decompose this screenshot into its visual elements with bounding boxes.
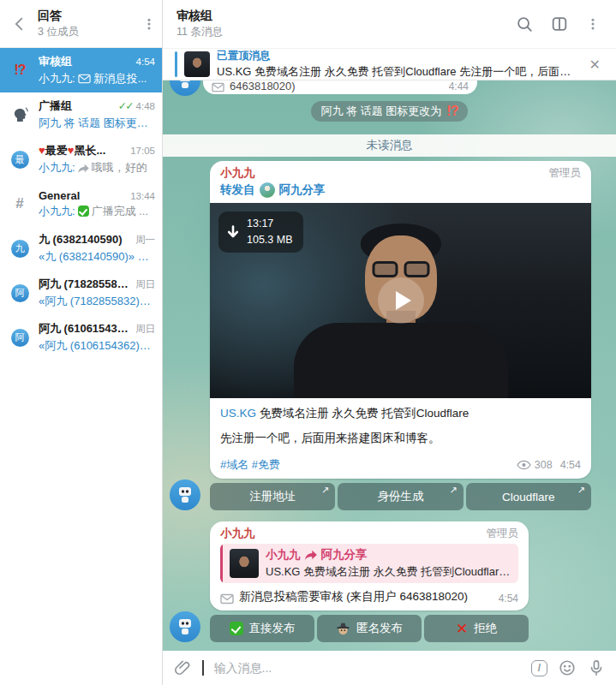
- envelope-icon: [78, 74, 91, 84]
- reply-forward-target: 阿九分享: [321, 547, 368, 563]
- pinned-message-bar[interactable]: 已置顶消息 US.KG 免费域名注册 永久免费 托管到Cloudflare 先注…: [163, 48, 616, 80]
- reply-sender: 小九九: [266, 547, 301, 563]
- inline-keyboard: 注册地址↗ 身份生成↗ Cloudflare↗: [210, 483, 591, 510]
- bot-avatar[interactable]: [170, 80, 200, 96]
- chat-time: 周一: [135, 234, 155, 247]
- forward-channel-avatar: [260, 182, 275, 198]
- reply-snippet: US.KG 免费域名注册 永久免费 托管到Cloudflare 先...: [266, 564, 511, 580]
- forward-label: 转发自: [220, 182, 255, 198]
- sidebar-item-ajiu-2[interactable]: 阿 阿九 (6106154362) 周日 «阿九 (6106154362)» 已…: [0, 315, 162, 360]
- message-bubble[interactable]: 小九九 管理员 小九九 阿九分享 US.KG 免费: [210, 521, 529, 611]
- group-info[interactable]: 回答 3 位成员: [38, 9, 133, 39]
- unread-messages-divider: 未读消息: [163, 134, 616, 157]
- check-mark-icon: [78, 206, 89, 217]
- publish-anonymously-button[interactable]: 匿名发布: [317, 615, 422, 642]
- topic-time: 4:54: [136, 57, 155, 67]
- preview-text: «阿九 (6106154362)» 已...: [39, 338, 155, 354]
- message-area: 新消息投稿需要审核 (来自用户 6463818020) 4:44 阿九 将 话题…: [163, 80, 616, 651]
- preview-text: 阿九 将 话题 图标更改...: [39, 116, 155, 131]
- message-group-review: 小九九 管理员 小九九 阿九分享 US.KG 免费: [170, 521, 616, 642]
- message-input[interactable]: [214, 661, 522, 675]
- identity-generate-url-button[interactable]: 身份生成↗: [338, 483, 463, 510]
- external-link-icon: ↗: [449, 485, 457, 496]
- caption-link[interactable]: US.KG: [220, 407, 256, 420]
- preview-text: 广播完成 ...: [92, 204, 148, 219]
- register-url-button[interactable]: 注册地址↗: [210, 483, 335, 510]
- chat-menu-button[interactable]: [585, 16, 601, 32]
- external-link-icon: ↗: [321, 485, 329, 496]
- reply-quote[interactable]: 小九九 阿九分享 US.KG 免费域名注册 永久免费 托管到Cloudflare…: [220, 544, 518, 583]
- telegram-window: 回答 3 位成员 !? 审核组 4:54 小九九: 新消息投...: [0, 0, 616, 685]
- message-bubble[interactable]: 小九九 管理员 转发自 阿九分享: [210, 161, 591, 479]
- topics-sidebar: 回答 3 位成员 !? 审核组 4:54 小九九: 新消息投...: [0, 0, 163, 685]
- publish-directly-button[interactable]: 直接发布: [210, 615, 314, 642]
- attach-icon[interactable]: [173, 658, 192, 677]
- message-time: 4:54: [499, 593, 518, 605]
- search-icon[interactable]: [515, 15, 534, 33]
- speaking-head-topic-icon: [7, 106, 33, 123]
- close-pinned-icon[interactable]: ✕: [586, 55, 604, 74]
- bot-avatar[interactable]: [170, 480, 200, 510]
- split-view-icon[interactable]: [550, 15, 569, 33]
- sender-name[interactable]: 小九九: [220, 165, 549, 181]
- sidebar-item-review-group[interactable]: !? 审核组 4:54 小九九: 新消息投...: [0, 48, 162, 92]
- forwarded-from[interactable]: 转发自 阿九分享: [220, 182, 581, 198]
- inline-keyboard: 直接发布 匿名发布 ✕拒绝: [210, 615, 529, 642]
- sender-name[interactable]: 小九九: [220, 526, 487, 541]
- hashtags[interactable]: #域名 #免费: [220, 457, 517, 473]
- topic-title: 广播组: [39, 98, 115, 114]
- pinned-thumbnail: [184, 51, 210, 77]
- message-time: 4:44: [449, 80, 469, 92]
- envelope-icon: [220, 593, 234, 605]
- forward-arrow-icon: [78, 164, 89, 173]
- chat-title: 九 (6382140590): [39, 232, 132, 247]
- pinned-accent-bar: [175, 51, 177, 77]
- bot-commands-icon[interactable]: /: [531, 660, 547, 676]
- sidebar-item-ajiu-1[interactable]: 阿 阿九 (7182855832) 周日 «阿九 (7182855832)» 已…: [0, 271, 162, 315]
- forward-channel-name: 阿九分享: [279, 182, 326, 198]
- play-button[interactable]: [378, 277, 424, 324]
- preview-text: «九 (6382140590)» 已创...: [39, 249, 155, 265]
- view-count: 308: [517, 459, 553, 471]
- pinned-label: 已置顶消息: [217, 49, 579, 63]
- external-link-icon: ↗: [577, 485, 585, 496]
- sidebar-item-broadcast-group[interactable]: 广播组 ✓✓ 4:48 阿九 将 话题 图标更改...: [0, 92, 162, 137]
- caption-line-1: US.KG 免费域名注册 永久免费 托管到Cloudflare: [220, 406, 581, 421]
- reject-button[interactable]: ✕拒绝: [424, 615, 529, 642]
- video-player[interactable]: 13:17 105.3 MB: [210, 203, 591, 398]
- caption-line-2: 先注册一个吧，后面用来搭建图床和博客。: [220, 431, 581, 446]
- group-members-count: 3 位成员: [38, 25, 133, 39]
- video-download-badge[interactable]: 13:17 105.3 MB: [218, 211, 303, 253]
- text-caret: [202, 660, 204, 676]
- topic-title: ♥最爱♥黑长...: [39, 143, 127, 158]
- read-ticks-icon: ✓✓: [118, 99, 133, 112]
- back-button[interactable]: [10, 15, 29, 33]
- preview-text: 哦哦，好的: [92, 160, 147, 176]
- partially-hidden-message: 新消息投稿需要审核 (来自用户 6463818020) 4:44: [163, 80, 616, 96]
- sidebar-item-favorites[interactable]: 最 ♥最爱♥黑长... 17:05 小九九: 哦哦，好的: [0, 137, 162, 182]
- sidebar-item-jiu[interactable]: 九 九 (6382140590) 周一 «九 (6382140590)» 已创.…: [0, 226, 162, 271]
- topic-time: 4:48: [136, 101, 155, 111]
- admin-badge: 管理员: [487, 527, 519, 541]
- bot-avatar[interactable]: [170, 611, 200, 642]
- emoji-icon[interactable]: [558, 658, 577, 677]
- preview-text: «阿九 (7182855832)» 已...: [39, 294, 155, 309]
- service-message[interactable]: 阿九 将 话题 图标更改为 !?: [311, 101, 469, 122]
- chat-header-info[interactable]: 审核组 11 条消息: [176, 9, 499, 39]
- chat-bubble-avatar: 阿: [7, 284, 33, 302]
- message-bubble[interactable]: 新消息投稿需要审核 (来自用户 6463818020) 4:44: [203, 80, 477, 94]
- heart-icon: ♥: [39, 144, 45, 157]
- microphone-icon[interactable]: [587, 658, 606, 677]
- cloudflare-url-button[interactable]: Cloudflare↗: [466, 483, 591, 510]
- video-size: 105.3 MB: [247, 232, 293, 248]
- sidebar-item-general[interactable]: # General 13:44 小九九: 广播完成 ...: [0, 182, 162, 226]
- chat-pane: 审核组 11 条消息 已置顶消息 US.KG 免费域名注册 永久免费 托管到Cl…: [163, 0, 616, 685]
- chat-title: 阿九 (6106154362): [39, 321, 132, 337]
- chat-time: 周日: [135, 323, 155, 336]
- chat-time: 周日: [135, 278, 155, 291]
- chat-title: 阿九 (7182855832): [39, 277, 132, 292]
- sidebar-menu-button[interactable]: [141, 16, 157, 32]
- admin-badge: 管理员: [549, 166, 582, 181]
- forward-arrow-icon: [305, 550, 317, 560]
- video-duration: 13:17: [247, 216, 293, 232]
